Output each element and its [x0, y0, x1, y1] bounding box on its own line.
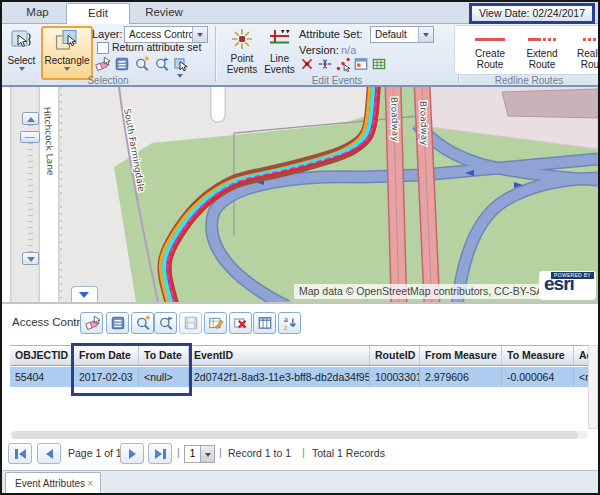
pagination-separator: |	[219, 446, 222, 458]
rectangle-tool-label: Rectangle	[44, 55, 89, 66]
esri-logo: POWERED BY esri	[539, 271, 596, 300]
sort-records-button[interactable]: a z	[278, 312, 301, 334]
clear-selection-icon[interactable]	[93, 55, 111, 73]
line-events-icon	[267, 27, 293, 53]
page-number-dropdown[interactable]: 1	[184, 445, 215, 463]
column-header-to-measure[interactable]: To Measure	[502, 346, 574, 365]
total-records-text: Total 1 Records	[312, 447, 385, 459]
group-divider	[215, 26, 217, 82]
column-header-to-date[interactable]: To Date	[139, 346, 189, 365]
app-window: Map Edit Review View Date: 02/24/2017 Se…	[0, 0, 600, 495]
realign-route-button[interactable]: Realign Route	[573, 32, 599, 70]
page-count-text: Page 1 of 1	[68, 447, 122, 459]
slider-down-icon	[27, 257, 35, 262]
create-route-button[interactable]: Create Route	[469, 32, 511, 70]
chevron-down-icon[interactable]	[192, 27, 207, 42]
chevron-down-icon[interactable]	[201, 445, 215, 463]
tab-review[interactable]: Review	[134, 2, 194, 23]
road-label-broadway-2: Broadway	[418, 101, 430, 147]
pagination-separator: |	[302, 446, 305, 458]
delete-selected-button[interactable]	[229, 312, 252, 334]
zoom-slider-handle[interactable]	[20, 131, 40, 143]
select-tool-button[interactable]: Select	[4, 27, 39, 71]
pagination-separator: |	[177, 446, 180, 458]
esri-wordmark: esri	[544, 273, 574, 295]
column-header-routeid[interactable]: RouteID	[370, 346, 420, 365]
cell-routeid: 10003301	[370, 367, 420, 387]
rectangle-tool-button[interactable]: Rectangle	[41, 26, 93, 80]
zoom-out-button[interactable]	[22, 252, 39, 265]
edit-attributes-button[interactable]	[204, 312, 227, 334]
last-page-button[interactable]	[148, 443, 172, 464]
zoom-to-selection-button[interactable]	[131, 312, 154, 334]
rectangle-dropdown-caret[interactable]	[64, 67, 70, 71]
table-vertical-scrollbar[interactable]	[588, 345, 598, 429]
table-horizontal-scrollbar[interactable]	[10, 431, 588, 439]
previous-page-icon	[46, 449, 53, 459]
column-header-from-date[interactable]: From Date	[74, 346, 139, 365]
cell-access: <null>	[574, 367, 588, 387]
cell-to-date: <null>	[139, 367, 189, 387]
attribute-window-icon[interactable]	[352, 55, 370, 73]
tab-map[interactable]: Map	[10, 2, 65, 23]
record-range-text: Record 1 to 1	[228, 447, 291, 459]
pan-to-selection-button[interactable]	[154, 312, 177, 334]
attribute-set-value: Default	[375, 29, 407, 40]
show-selected-records-button[interactable]	[106, 312, 129, 334]
cell-from-date: 2017-02-03	[74, 367, 139, 387]
scrollbar-thumb[interactable]	[12, 431, 578, 439]
attribute-table-icon[interactable]	[370, 55, 388, 73]
first-page-button[interactable]	[8, 443, 32, 464]
layer-dropdown-value: Access Control	[129, 29, 196, 40]
return-attribute-set-label: Return attribute set	[112, 41, 201, 53]
column-settings-button[interactable]	[253, 312, 276, 334]
merge-events-icon[interactable]	[316, 55, 334, 73]
svg-text:z: z	[283, 324, 287, 331]
point-events-button[interactable]: Point Events	[223, 27, 261, 75]
next-page-button[interactable]	[120, 443, 144, 464]
page-number-value: 1	[184, 445, 201, 463]
line-events-button[interactable]: Line Events	[261, 27, 298, 75]
previous-page-button[interactable]	[37, 443, 61, 464]
show-selected-records-icon[interactable]	[113, 55, 131, 73]
split-event-icon[interactable]	[298, 55, 316, 73]
line-events-label: Line Events	[261, 53, 298, 75]
point-events-icon	[229, 27, 255, 53]
slider-up-icon	[27, 117, 35, 122]
extend-route-button[interactable]: Extend Route	[521, 32, 563, 70]
zoom-to-selection-icon[interactable]	[133, 55, 151, 73]
chevron-down-icon[interactable]	[418, 27, 433, 42]
point-events-label: Point Events	[223, 53, 261, 75]
column-header-from-measure[interactable]: From Measure	[420, 346, 502, 365]
cell-from-measure: 2.979606	[420, 367, 502, 387]
column-header-access[interactable]: Ac	[574, 346, 588, 365]
clear-selection-button[interactable]	[80, 312, 103, 334]
zoom-in-button[interactable]	[22, 112, 39, 125]
return-attribute-set-checkbox[interactable]	[97, 42, 109, 54]
map-canvas[interactable]: Hitchcock Lane South Farmingdale Broadwa…	[2, 87, 598, 302]
snap-events-icon[interactable]	[334, 55, 352, 73]
attribute-set-label: Attribute Set:	[299, 28, 363, 40]
redline-group-label: Redline Routes	[460, 75, 598, 86]
cell-objectid: 55404	[10, 367, 74, 387]
selectable-layers-icon[interactable]	[171, 55, 189, 73]
tab-event-attributes[interactable]: Event Attributes ×	[5, 472, 101, 495]
table-row[interactable]: 55404 2017-02-03 <null> 2d0742f1-8ad3-11…	[10, 367, 588, 387]
realign-route-icon	[583, 38, 600, 41]
column-header-objectid[interactable]: OBJECTID	[10, 346, 74, 365]
select-tool-label: Select	[8, 55, 36, 66]
close-icon[interactable]: ×	[87, 473, 93, 495]
collapse-panel-button[interactable]	[71, 286, 98, 302]
column-header-eventid[interactable]: EventID	[189, 346, 370, 365]
select-tool-icon	[9, 27, 35, 55]
selection-group-label: Selection	[2, 75, 214, 86]
create-route-icon	[475, 38, 505, 41]
save-edits-button[interactable]	[179, 312, 202, 334]
rectangle-tool-icon	[54, 28, 80, 55]
zoom-slider-track[interactable]	[28, 125, 33, 253]
attribute-set-dropdown[interactable]: Default	[370, 26, 434, 43]
extend-route-icon	[528, 38, 556, 41]
select-dropdown-caret[interactable]	[19, 67, 25, 71]
tab-edit[interactable]: Edit	[66, 3, 130, 25]
pan-to-selection-icon[interactable]	[153, 55, 171, 73]
